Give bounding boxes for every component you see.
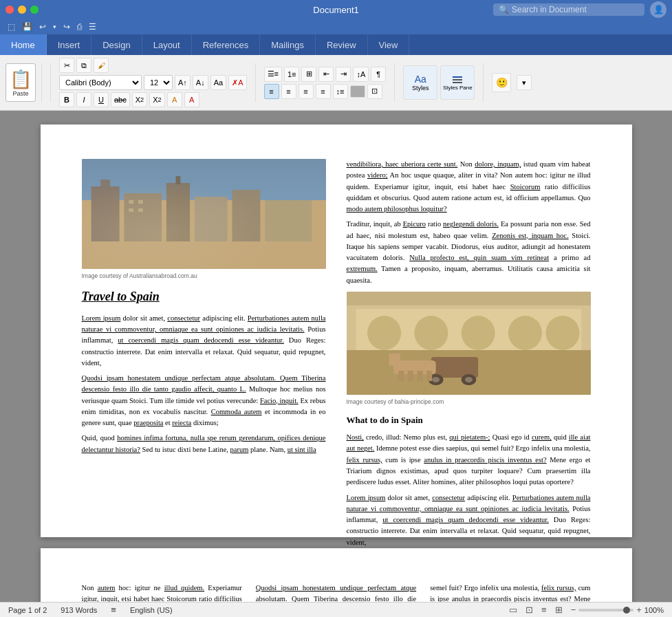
zoom-slider[interactable] bbox=[578, 609, 633, 611]
highlight-color-button[interactable]: A bbox=[167, 92, 182, 107]
character-format-row: B I U abc X2 X2 A A bbox=[59, 92, 247, 107]
spain-city-image bbox=[82, 159, 326, 269]
paste-label: Paste bbox=[12, 90, 28, 97]
emoji-dropdown-button[interactable]: ▾ bbox=[517, 75, 532, 90]
redo-icon[interactable]: ↪ bbox=[61, 22, 72, 32]
undo-icon[interactable]: ↩ bbox=[37, 22, 48, 32]
strikethrough-button[interactable]: abc bbox=[111, 92, 130, 107]
clipboard-section: 📋 Paste bbox=[6, 63, 42, 102]
menu-icon[interactable]: ☰ bbox=[87, 22, 98, 32]
undo-dropdown-icon[interactable]: ▾ bbox=[51, 23, 58, 30]
shading-button[interactable] bbox=[350, 85, 365, 98]
ribbon-divider-2 bbox=[255, 63, 256, 102]
search-document-bar[interactable]: 🔍 Search in Document bbox=[493, 3, 644, 16]
cut-button[interactable]: ✂ bbox=[59, 58, 74, 73]
ribbon-tabs: Home Insert Design Layout References Mai… bbox=[0, 34, 672, 55]
increase-indent-button[interactable]: ⇥ bbox=[336, 67, 351, 82]
clear-format-button[interactable]: ✗A bbox=[228, 75, 246, 90]
zoom-thumb bbox=[623, 607, 630, 614]
italic-button[interactable]: I bbox=[76, 92, 91, 107]
zoom-out-button[interactable]: − bbox=[571, 605, 576, 615]
font-grow-button[interactable]: A↑ bbox=[175, 75, 191, 90]
borders-button[interactable]: ⊡ bbox=[367, 84, 382, 99]
svg-point-21 bbox=[508, 316, 541, 350]
numbered-list-button[interactable]: 1≡ bbox=[284, 67, 300, 82]
styles-pane-icon bbox=[453, 75, 462, 85]
styles-section: Aa Styles Styles Pane bbox=[403, 65, 475, 100]
font-format-section: ✂ ⧉ 🖌 Calibri (Body) 12 A↑ A↓ Aa ✗A B I … bbox=[59, 58, 247, 107]
svg-point-27 bbox=[465, 377, 473, 382]
case-button[interactable]: Aa bbox=[210, 75, 226, 90]
user-icon[interactable]: 👤 bbox=[650, 1, 666, 18]
print-icon[interactable]: ⎙ bbox=[75, 22, 84, 32]
align-justify-button[interactable]: ≡ bbox=[316, 84, 331, 99]
tab-view[interactable]: View bbox=[368, 34, 410, 55]
align-left-button[interactable]: ≡ bbox=[264, 84, 279, 99]
tab-review[interactable]: Review bbox=[316, 34, 368, 55]
image-caption-2: Image courtesy of bahia-principe.com bbox=[347, 398, 591, 407]
paragraph-section: ☰≡ 1≡ ⊞ ⇤ ⇥ ↕A ¶ ≡ ≡ ≡ ≡ ↕≡ ⊡ bbox=[264, 67, 387, 99]
styles-label: Styles bbox=[412, 85, 429, 91]
tab-design[interactable]: Design bbox=[91, 34, 142, 55]
styles-preview: Aa bbox=[415, 74, 426, 85]
font-name-select[interactable]: Calibri (Body) bbox=[59, 75, 142, 90]
tab-references[interactable]: References bbox=[192, 34, 260, 55]
word-count: 913 Words bbox=[61, 606, 97, 614]
font-color-button[interactable]: A bbox=[184, 92, 199, 107]
save-icon[interactable]: 💾 bbox=[20, 22, 34, 32]
minimize-button[interactable] bbox=[18, 6, 26, 14]
page-2: Non autem hoc: igitur ne illud quidem. E… bbox=[41, 548, 632, 602]
multilevel-list-button[interactable]: ⊞ bbox=[301, 67, 316, 82]
show-marks-button[interactable]: ¶ bbox=[371, 67, 386, 82]
underline-button[interactable]: U bbox=[94, 92, 109, 107]
title-bar-right: 🔍 Search in Document 👤 bbox=[493, 1, 666, 18]
list-row: ☰≡ 1≡ ⊞ ⇤ ⇥ ↕A ¶ bbox=[264, 67, 387, 82]
title-bar: Document1 🔍 Search in Document 👤 bbox=[0, 0, 672, 19]
close-button[interactable] bbox=[6, 6, 14, 14]
tab-insert[interactable]: Insert bbox=[47, 34, 92, 55]
page-1: Image courtesy of Australiansabroad.com.… bbox=[41, 125, 632, 537]
page-right-column: vendibiliora, haec uberiora certe sunt. … bbox=[347, 159, 591, 602]
font-selector-row: Calibri (Body) 12 A↑ A↓ Aa ✗A bbox=[59, 75, 247, 90]
image-caption-1: Image courtesy of Australiansabroad.com.… bbox=[82, 272, 326, 281]
clipboard-tools-row: ✂ ⧉ 🖌 bbox=[59, 58, 247, 73]
decrease-indent-button[interactable]: ⇤ bbox=[318, 67, 334, 82]
svg-rect-31 bbox=[407, 371, 413, 381]
styles-pane-button[interactable]: Styles Pane bbox=[440, 65, 475, 100]
svg-point-25 bbox=[432, 377, 440, 382]
sort-button[interactable]: ↕A bbox=[353, 67, 369, 82]
sidebar-toggle-icon[interactable]: ⬚ bbox=[6, 22, 17, 32]
maximize-button[interactable] bbox=[30, 6, 39, 14]
window-title: Document1 bbox=[313, 5, 358, 15]
tab-layout[interactable]: Layout bbox=[142, 34, 192, 55]
superscript-button[interactable]: X2 bbox=[149, 92, 164, 107]
styles-button[interactable]: Aa Styles bbox=[403, 65, 437, 100]
spain-plaza-image bbox=[347, 292, 591, 395]
page-info: Page 1 of 2 bbox=[8, 606, 47, 614]
bold-button[interactable]: B bbox=[59, 92, 74, 107]
align-center-button[interactable]: ≡ bbox=[281, 84, 296, 99]
document-area[interactable]: Image courtesy of Australiansabroad.com.… bbox=[0, 111, 672, 602]
emoji-picker-button[interactable]: 🙂 bbox=[492, 73, 511, 92]
zoom-in-button[interactable]: + bbox=[636, 605, 642, 615]
view-web-icon[interactable]: ⊡ bbox=[525, 605, 533, 615]
align-right-button[interactable]: ≡ bbox=[299, 84, 314, 99]
view-layout-icon[interactable]: ▭ bbox=[509, 605, 517, 615]
styles-pane-label: Styles Pane bbox=[443, 85, 473, 91]
view-outline-icon[interactable]: ≡ bbox=[541, 605, 547, 615]
svg-point-22 bbox=[545, 316, 579, 350]
tab-home[interactable]: Home bbox=[0, 34, 47, 55]
bullet-list-button[interactable]: ☰≡ bbox=[264, 67, 282, 82]
tab-mailings[interactable]: Mailings bbox=[260, 34, 316, 55]
format-painter-button[interactable]: 🖌 bbox=[94, 58, 109, 73]
line-spacing-button[interactable]: ↕≡ bbox=[333, 84, 348, 99]
page-left-column: Image courtesy of Australiansabroad.com.… bbox=[82, 159, 326, 602]
zoom-level: 100% bbox=[644, 606, 664, 614]
font-shrink-button[interactable]: A↓ bbox=[193, 75, 208, 90]
view-read-icon[interactable]: ⊞ bbox=[555, 605, 563, 615]
copy-button[interactable]: ⧉ bbox=[76, 58, 91, 73]
paste-button[interactable]: 📋 Paste bbox=[6, 63, 36, 102]
word-count-icon[interactable]: ≡ bbox=[111, 605, 116, 615]
font-size-select[interactable]: 12 bbox=[144, 75, 173, 90]
subscript-button[interactable]: X2 bbox=[132, 92, 147, 107]
